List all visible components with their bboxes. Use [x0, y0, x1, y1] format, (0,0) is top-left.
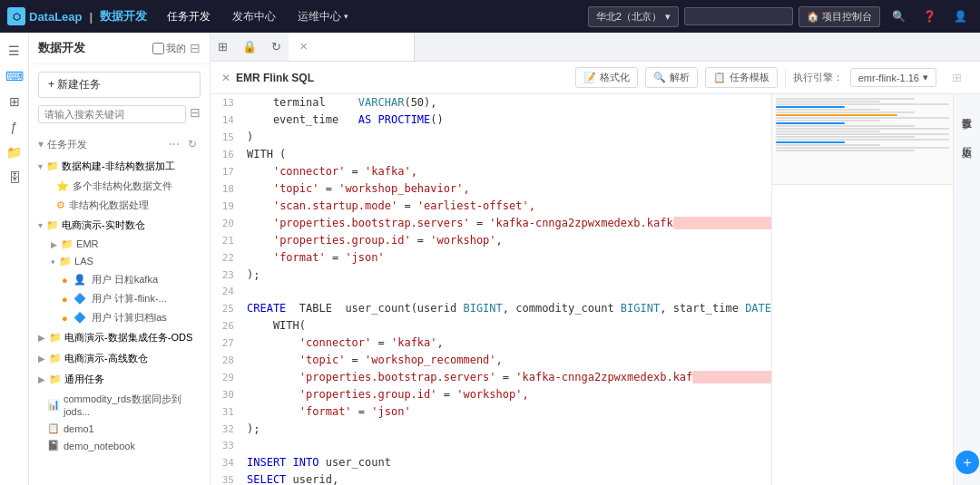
minimap-line: [776, 133, 949, 135]
line-number: 31: [211, 404, 243, 421]
tree-item-las1[interactable]: ● 🔷 用户 计算归档las: [29, 308, 210, 327]
task-dev-actions: ⋯ ↻: [166, 136, 201, 152]
execution-engine-label: 执行引擎：: [793, 71, 843, 84]
search-icon-btn[interactable]: 🔍: [886, 4, 911, 29]
minimap-line-blue: [776, 106, 845, 108]
logo-icon: ⬡: [7, 7, 25, 25]
format-btn[interactable]: 📝 格式化: [575, 67, 638, 88]
process-label: 非结构化数据处理: [69, 199, 149, 212]
project-console-btn[interactable]: 🏠 项目控制台: [799, 6, 880, 27]
tree-group-nonstructured[interactable]: ▾ 📁 数据构建-非结构数据加工: [29, 156, 210, 177]
refresh-icon[interactable]: ↻: [184, 136, 201, 152]
tree-item-demo-notebook[interactable]: 📓 demo_notebook: [29, 437, 210, 454]
toolbar: ✕ EMR Flink SQL 📝 格式化 🔍 解析 📋 任务模板 执行引擎： …: [211, 62, 980, 94]
code-line-15: 15): [211, 129, 771, 146]
global-search-input[interactable]: [684, 7, 793, 25]
minimap-line: [776, 98, 915, 100]
minimap-line: [776, 112, 915, 113]
content-area: ⊞ 🔒 ↻ ✕ ✕ EMR Flink SQL 📝 格式化: [211, 33, 980, 485]
line-content: event_time AS PROCTIME(): [243, 112, 444, 128]
sidebar-header-right: 我的 ⊟: [152, 41, 201, 55]
line-content: 'properties.group.id' = 'workshop',: [243, 386, 529, 403]
tree-group-ods[interactable]: ▶ 📁 电商演示-数据集成任务-ODS: [29, 327, 210, 348]
filter-btn-icon[interactable]: ⊟: [190, 105, 201, 123]
parse-btn[interactable]: 🔍 解析: [645, 67, 698, 88]
execution-engine-select[interactable]: emr-flink-1.16 ▾: [850, 68, 936, 87]
my-checkbox-input[interactable]: [152, 43, 164, 54]
data-icon[interactable]: 🗄: [4, 167, 25, 189]
region-selector[interactable]: 华北2（北京） ▾: [588, 6, 679, 27]
tree-subgroup-las[interactable]: ▾ 📁 LAS: [29, 253, 210, 270]
line-number: 23: [211, 267, 243, 284]
line-content: 'topic' = 'workshop_behavior',: [243, 180, 470, 197]
tab-add-icon[interactable]: ⊞: [211, 33, 235, 62]
tab-emr-flink[interactable]: ✕: [289, 33, 415, 62]
nav-right: 华北2（北京） ▾ 🏠 项目控制台 🔍 ❓ 👤: [588, 4, 973, 29]
execution-arrow-icon: ▾: [923, 72, 928, 83]
tab-refresh-icon[interactable]: ↻: [264, 33, 289, 62]
top-navigation: ⬡ DataLeap | 数据开发 任务开发 发布中心 运维中心 ▾ 华北2（北…: [0, 0, 980, 33]
group5-label: 📁 通用任务: [49, 373, 104, 386]
minimap-line: [776, 117, 949, 119]
tree-group-ecommerce-realtime[interactable]: ▾ 📁 电商演示-实时数仓: [29, 215, 210, 236]
help-icon-btn[interactable]: ❓: [916, 4, 942, 29]
line-number: 33: [211, 438, 243, 454]
code-line-25: 25CREATE TABLE user_count(userid BIGINT,…: [211, 300, 771, 317]
region-text: 华北2（北京）: [596, 10, 662, 24]
tree-item-demo1[interactable]: 📋 demo1: [29, 420, 210, 437]
function-icon[interactable]: ƒ: [4, 116, 25, 138]
line-number: 27: [211, 335, 243, 352]
tree-item-commodity[interactable]: 📊 commodity_rds数据同步到jods...: [29, 390, 210, 420]
close-editor-icon[interactable]: ✕: [221, 72, 230, 84]
emr-expand-icon: ▶: [51, 240, 57, 249]
task-dev-label: 任务开发: [47, 138, 87, 151]
line-content: );: [243, 267, 260, 283]
tree-item-kafka1[interactable]: ● 👤 用户 日粒kafka: [29, 270, 210, 289]
code-line-21: 21 'properties.group.id' = 'workshop',: [211, 232, 771, 249]
group1-label: 📁 数据构建-非结构数据加工: [46, 160, 175, 173]
tree-item-process[interactable]: ⚙ 非结构化数据处理: [29, 196, 210, 215]
tree-task-dev-header[interactable]: ▾ 任务开发 ⋯ ↻: [29, 132, 210, 156]
tab-lock-icon[interactable]: 🔒: [235, 33, 264, 62]
tree-subgroup-emr[interactable]: ▶ 📁 EMR: [29, 236, 210, 253]
code-editor[interactable]: 13 terminal VARCHAR(50),14 event_time AS…: [211, 94, 771, 485]
group4-expand-icon: ▶: [38, 354, 45, 364]
minimap-line-orange: [776, 114, 897, 116]
minimap-line: [776, 144, 880, 146]
tree-item-multifile[interactable]: ⭐ 多个非结构化数据文件: [29, 177, 210, 196]
sidebar-title: 数据开发: [38, 40, 85, 56]
tab-emr-flink-label: [313, 40, 403, 53]
sidebar-search-input[interactable]: [38, 105, 186, 123]
minimap-line-blue: [776, 141, 845, 143]
nav-item-publish[interactable]: 发布中心: [223, 0, 285, 33]
minimap-line: [776, 103, 949, 105]
execution-value: emr-flink-1.16: [858, 73, 919, 83]
more-icon[interactable]: ⋯: [166, 136, 182, 152]
fab-button[interactable]: ＋: [956, 451, 979, 474]
my-tasks-checkbox[interactable]: 我的: [152, 42, 186, 55]
nav-item-task-dev[interactable]: 任务开发: [158, 0, 220, 33]
template-btn[interactable]: 📋 任务模板: [705, 67, 778, 88]
history-version-label[interactable]: 历史版本: [958, 136, 975, 143]
settings-icon-btn[interactable]: ⊞: [944, 65, 969, 91]
code-line-27: 27 'connector' = 'kafka',: [211, 335, 771, 352]
tree-item-flink1[interactable]: ● 🔷 用户 计算-flink-...: [29, 289, 210, 308]
tree-group-highline[interactable]: ▶ 📁 电商演示-高线数仓: [29, 348, 210, 369]
line-number: 26: [211, 318, 243, 335]
group3-label: 📁 电商演示-数据集成任务-ODS: [49, 331, 192, 344]
line-number: 24: [211, 284, 243, 300]
new-task-button[interactable]: + 新建任务: [38, 72, 201, 98]
user-avatar[interactable]: 👤: [947, 4, 973, 29]
param-settings-label[interactable]: 参数设置: [958, 107, 975, 114]
resource-icon[interactable]: 📁: [4, 141, 25, 163]
tree-group-general[interactable]: ▶ 📁 通用任务: [29, 369, 210, 390]
hamburger-icon[interactable]: ☰: [4, 40, 25, 62]
table-icon[interactable]: ⊞: [4, 91, 25, 112]
editor-container: 13 terminal VARCHAR(50),14 event_time AS…: [211, 94, 980, 485]
status-dot-orange3: ●: [62, 313, 68, 324]
group1-expand-icon: ▾: [38, 161, 43, 171]
code-icon[interactable]: ⌨: [4, 65, 25, 87]
flink1-label: 用户 计算-flink-...: [92, 292, 167, 306]
nav-item-ops[interactable]: 运维中心 ▾: [289, 0, 358, 33]
code-line-29: 29 'properties.bootstrap.servers' = 'kaf…: [211, 369, 771, 386]
